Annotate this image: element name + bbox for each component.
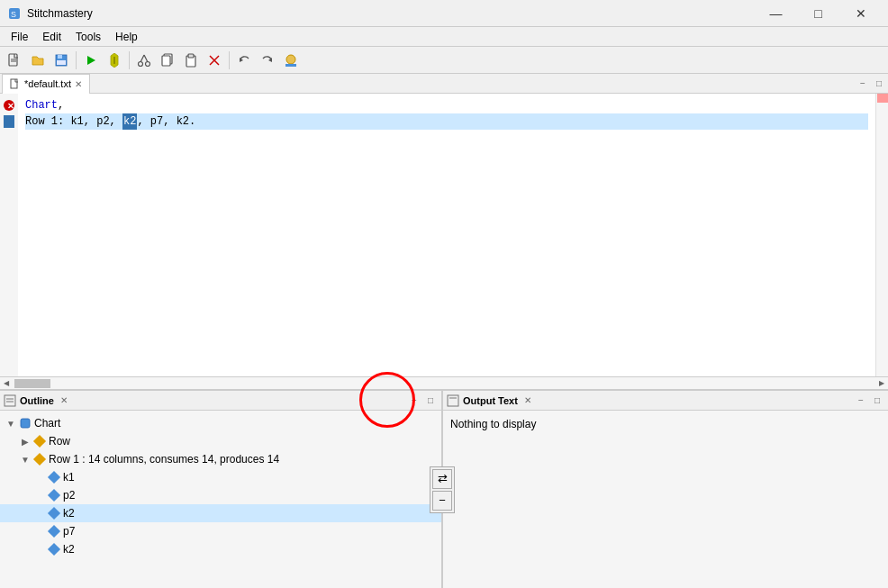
tree-label-k1: k1 bbox=[63, 471, 75, 484]
toolbar-sep-3 bbox=[229, 51, 230, 69]
code-area[interactable]: Chart, Row 1: k1, p2, k2, p7, k2. bbox=[18, 94, 875, 376]
tree-label-row1: Row 1 : 14 columns, consumes 14, produce… bbox=[49, 453, 279, 466]
outline-title: Outline bbox=[20, 395, 54, 406]
undo-icon bbox=[237, 53, 251, 68]
tree-label-k2-selected: k2 bbox=[63, 507, 75, 520]
k1-icon bbox=[47, 470, 61, 484]
output-panel: Output Text ✕ − □ Nothing to display bbox=[443, 391, 888, 588]
outline-maximize-button[interactable]: □ bbox=[423, 394, 438, 408]
svg-point-11 bbox=[139, 61, 143, 66]
file-icon bbox=[10, 78, 21, 89]
outline-minimize-button[interactable]: − bbox=[407, 394, 421, 408]
code-row-text: Row 1: k1, p2, bbox=[25, 113, 122, 130]
k2-selected-icon bbox=[47, 506, 61, 520]
minimize-button[interactable]: — bbox=[756, 0, 796, 27]
output-panel-icon bbox=[447, 394, 459, 407]
svg-rect-6 bbox=[58, 55, 62, 59]
tree-item-p2[interactable]: p2 bbox=[0, 486, 441, 504]
undo-button[interactable] bbox=[233, 50, 255, 71]
close-button[interactable]: ✕ bbox=[840, 0, 881, 27]
selection-indicator bbox=[4, 115, 14, 128]
editor-maximize-button[interactable]: □ bbox=[872, 77, 886, 91]
tree-item-row1[interactable]: ▼ Row 1 : 14 columns, consumes 14, produ… bbox=[0, 450, 441, 468]
panel-divider: ⇄ − bbox=[441, 391, 443, 588]
output-header: Output Text ✕ − □ bbox=[443, 391, 888, 411]
tree-item-chart[interactable]: ▼ Chart bbox=[0, 414, 441, 432]
editor-tab-default[interactable]: *default.txt ✕ bbox=[2, 74, 90, 94]
expand-chart[interactable]: ▼ bbox=[4, 419, 18, 429]
expand-row1[interactable]: ▼ bbox=[18, 455, 32, 465]
tree-item-k2-selected[interactable]: k2 bbox=[0, 504, 441, 522]
tree-item-k2b[interactable]: k2 bbox=[0, 540, 441, 558]
editor-tab-close[interactable]: ✕ bbox=[75, 79, 82, 89]
open-folder-button[interactable] bbox=[27, 50, 49, 71]
outline-header-right: − □ bbox=[407, 394, 438, 408]
p7-icon bbox=[47, 524, 61, 538]
editor-right-indicator bbox=[875, 94, 888, 376]
svg-marker-8 bbox=[87, 56, 95, 65]
app-title: Stitchmastery bbox=[27, 7, 93, 20]
save-button[interactable] bbox=[50, 50, 72, 71]
copy-button[interactable] bbox=[157, 50, 178, 71]
outline-close-button[interactable]: ✕ bbox=[58, 394, 70, 407]
output-minimize-button[interactable]: − bbox=[854, 394, 868, 408]
maximize-button[interactable]: □ bbox=[798, 0, 838, 27]
outline-header: Outline ✕ − □ bbox=[0, 391, 441, 411]
sync-button[interactable]: ⇄ bbox=[432, 469, 452, 489]
output-text: Nothing to display bbox=[450, 418, 536, 430]
editor-content[interactable]: ✕ Chart, Row 1: k1, p2, k2, p7, k2. bbox=[0, 94, 888, 376]
svg-text:S: S bbox=[11, 10, 16, 19]
title-bar-left: S Stitchmastery bbox=[7, 6, 93, 21]
k2b-icon bbox=[47, 542, 61, 556]
menu-bar: File Edit Tools Help bbox=[0, 27, 888, 47]
menu-edit[interactable]: Edit bbox=[35, 27, 68, 47]
copy-icon bbox=[160, 53, 175, 68]
outline-panel-icon bbox=[4, 394, 16, 407]
color-button[interactable] bbox=[280, 50, 302, 71]
editor-tab-name: *default.txt bbox=[24, 78, 71, 89]
svg-rect-16 bbox=[162, 56, 170, 66]
divider-minus-button[interactable]: − bbox=[432, 491, 452, 511]
scroll-right-button[interactable]: ▶ bbox=[875, 377, 888, 390]
tree-label-row: Row bbox=[49, 435, 70, 448]
menu-help[interactable]: Help bbox=[108, 27, 145, 47]
toolbar bbox=[0, 47, 888, 74]
code-line-1[interactable]: Chart, bbox=[25, 97, 868, 113]
scroll-left-button[interactable]: ◀ bbox=[0, 377, 13, 390]
code-line-2[interactable]: Row 1: k1, p2, k2, p7, k2. bbox=[25, 113, 868, 130]
paste-button[interactable] bbox=[180, 50, 202, 71]
outline-content[interactable]: ▼ Chart ▶ Row ▼ bbox=[0, 411, 441, 588]
editor-minimize-button[interactable]: − bbox=[856, 77, 870, 91]
tree-label-chart: Chart bbox=[34, 417, 60, 430]
h-scroll-thumb bbox=[14, 379, 50, 388]
bottom-area: Outline ✕ − □ ▼ Chart ▶ bbox=[0, 390, 888, 588]
run-button[interactable] bbox=[80, 50, 102, 71]
tree-item-p7[interactable]: p7 bbox=[0, 522, 441, 540]
title-bar: S Stitchmastery — □ ✕ bbox=[0, 0, 888, 27]
outline-panel: Outline ✕ − □ ▼ Chart ▶ bbox=[0, 391, 441, 588]
tab-bar-right: − □ bbox=[856, 77, 886, 91]
delete-button[interactable] bbox=[204, 50, 225, 71]
stop-button[interactable] bbox=[104, 50, 125, 71]
new-file-button[interactable] bbox=[4, 50, 25, 71]
output-content: Nothing to display bbox=[443, 411, 888, 588]
expand-row[interactable]: ▶ bbox=[18, 437, 32, 447]
tree-item-k1[interactable]: k1 bbox=[0, 468, 441, 486]
app-icon: S bbox=[7, 6, 22, 21]
cut-button[interactable] bbox=[133, 50, 155, 71]
svg-rect-24 bbox=[285, 64, 296, 67]
toolbar-sep-2 bbox=[129, 51, 130, 69]
menu-file[interactable]: File bbox=[4, 27, 35, 47]
output-maximize-button[interactable]: □ bbox=[870, 394, 884, 408]
menu-tools[interactable]: Tools bbox=[68, 27, 108, 47]
tab-bar: *default.txt ✕ − □ bbox=[0, 74, 888, 94]
cut-icon bbox=[137, 53, 151, 68]
tree-item-row[interactable]: ▶ Row bbox=[0, 432, 441, 450]
svg-text:✕: ✕ bbox=[7, 102, 14, 111]
save-icon bbox=[54, 53, 68, 68]
output-close-button[interactable]: ✕ bbox=[521, 394, 534, 407]
h-scroll-track[interactable] bbox=[13, 377, 875, 390]
delete-icon bbox=[207, 53, 222, 68]
horizontal-scrollbar[interactable]: ◀ ▶ bbox=[0, 376, 888, 389]
redo-button[interactable] bbox=[257, 50, 278, 71]
